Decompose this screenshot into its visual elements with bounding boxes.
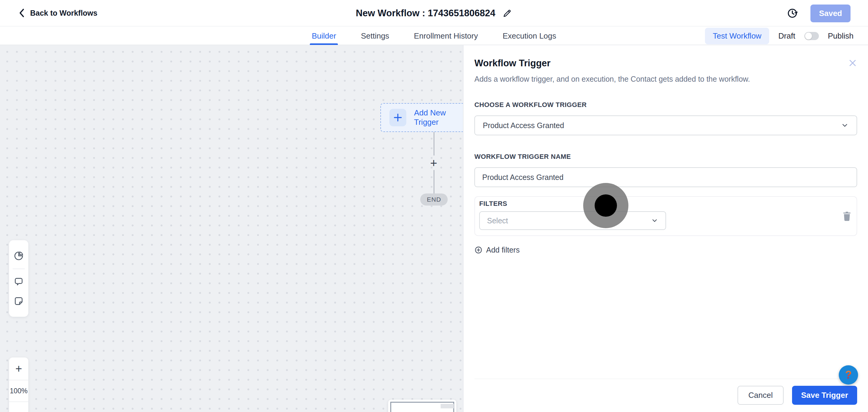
toolbar-divider — [13, 268, 25, 269]
draft-label: Draft — [778, 31, 795, 41]
chevron-left-icon — [18, 8, 26, 18]
filter-select[interactable]: Select — [479, 211, 666, 230]
tab-builder[interactable]: Builder — [310, 27, 338, 45]
zoom-out-button[interactable]: − — [9, 402, 28, 412]
end-node: END — [420, 193, 447, 205]
test-workflow-button[interactable]: Test Workflow — [705, 28, 769, 44]
zoom-level: 100% — [9, 380, 28, 402]
stats-pie-icon[interactable] — [9, 246, 28, 265]
saved-button[interactable]: Saved — [810, 4, 850, 22]
panel-description: Adds a workflow trigger, and on executio… — [474, 75, 857, 84]
workflow-title: New Workflow : 1743651806824 — [356, 8, 495, 19]
zoom-in-button[interactable]: + — [9, 357, 28, 380]
draft-publish-toggle[interactable] — [804, 32, 819, 40]
close-icon[interactable] — [848, 59, 857, 67]
filter-select-placeholder: Select — [487, 216, 508, 225]
save-trigger-button[interactable]: Save Trigger — [792, 386, 857, 405]
circle-plus-icon — [474, 246, 483, 254]
connector-line-bottom — [434, 170, 434, 193]
top-header: Back to Workflows New Workflow : 1743651… — [0, 0, 868, 27]
help-button[interactable]: ? — [839, 365, 858, 385]
plus-icon — [390, 109, 406, 126]
chevron-down-icon — [841, 122, 849, 129]
choose-trigger-label: CHOOSE A WORKFLOW TRIGGER — [474, 101, 857, 109]
filters-label: FILTERS — [479, 200, 852, 208]
minimap-viewport — [390, 402, 454, 412]
sticky-note-icon[interactable] — [9, 291, 28, 311]
filters-section: FILTERS Select — [474, 196, 857, 236]
workflow-trigger-panel: Workflow Trigger Adds a workflow trigger… — [463, 45, 868, 412]
connector-line-top — [434, 132, 434, 156]
back-label: Back to Workflows — [30, 9, 97, 18]
minimap[interactable] — [388, 400, 456, 412]
trigger-name-input[interactable] — [474, 167, 857, 187]
add-step-button[interactable]: + — [430, 156, 437, 170]
chevron-down-icon — [651, 217, 658, 224]
canvas-side-toolbar — [9, 240, 28, 317]
history-clock-icon[interactable] — [786, 7, 798, 19]
add-new-trigger-label: Add New Trigger — [414, 108, 463, 127]
trigger-type-select[interactable]: Product Access Granted — [474, 116, 857, 135]
question-mark-icon: ? — [845, 369, 852, 381]
tab-enrollment-history[interactable]: Enrollment History — [412, 27, 479, 45]
trigger-type-value: Product Access Granted — [483, 121, 564, 130]
edit-title-icon[interactable] — [502, 8, 512, 18]
trash-icon[interactable] — [842, 211, 852, 221]
publish-label: Publish — [828, 31, 854, 41]
tab-execution-logs[interactable]: Execution Logs — [501, 27, 558, 45]
panel-title: Workflow Trigger — [474, 58, 551, 69]
add-filters-label: Add filters — [486, 246, 520, 254]
toggle-knob — [805, 33, 812, 39]
workflow-canvas[interactable]: Add New Trigger + END + 100% − — [0, 45, 463, 412]
back-to-workflows-button[interactable]: Back to Workflows — [18, 8, 97, 18]
trigger-name-label: WORKFLOW TRIGGER NAME — [474, 153, 857, 161]
add-filters-button[interactable]: Add filters — [474, 246, 520, 254]
comment-icon[interactable] — [9, 272, 28, 291]
add-new-trigger-node[interactable]: Add New Trigger — [380, 103, 463, 132]
tab-bar: Builder Settings Enrollment History Exec… — [0, 27, 868, 45]
tab-settings[interactable]: Settings — [359, 27, 391, 45]
zoom-controls: + 100% − — [9, 357, 28, 412]
cancel-button[interactable]: Cancel — [738, 386, 784, 405]
minimap-trigger-node — [441, 404, 454, 408]
